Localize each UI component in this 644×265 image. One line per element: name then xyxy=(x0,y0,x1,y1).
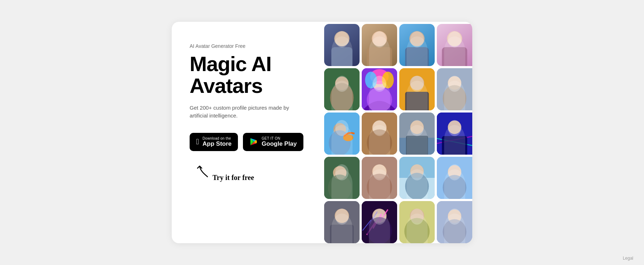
svg-rect-23 xyxy=(437,68,472,110)
svg-rect-22 xyxy=(405,92,429,110)
svg-point-13 xyxy=(330,83,353,110)
avatar-cell xyxy=(437,24,472,66)
svg-rect-33 xyxy=(399,112,435,138)
svg-rect-48 xyxy=(399,157,435,178)
app-store-line1: Download on the xyxy=(203,136,231,140)
svg-point-3 xyxy=(372,31,387,46)
legal-link[interactable]: Legal xyxy=(623,256,633,261)
app-store-button[interactable]:  Download on the App Store xyxy=(190,133,238,151)
svg-point-16 xyxy=(367,87,392,110)
svg-rect-45 xyxy=(362,157,397,199)
svg-point-63 xyxy=(404,218,430,243)
svg-rect-1 xyxy=(331,47,352,66)
avatar-cell xyxy=(324,201,360,243)
avatar-cell xyxy=(399,68,435,110)
svg-point-56 xyxy=(335,209,349,223)
apple-icon:  xyxy=(196,137,199,146)
avatar-cell xyxy=(324,157,360,199)
svg-point-21 xyxy=(410,76,424,90)
avatar-cell xyxy=(399,112,435,155)
svg-point-60 xyxy=(367,217,392,243)
svg-point-54 xyxy=(443,175,466,199)
svg-point-15 xyxy=(372,76,386,90)
svg-point-43 xyxy=(333,166,347,180)
main-card: AI Avatar Generator Free Magic AIAvatars… xyxy=(172,22,472,243)
svg-point-5 xyxy=(374,32,385,44)
svg-point-50 xyxy=(410,164,424,178)
svg-rect-36 xyxy=(406,136,428,155)
svg-point-12 xyxy=(335,77,349,90)
avatar-cell xyxy=(324,112,360,155)
store-buttons:  Download on the App Store xyxy=(190,133,304,151)
svg-point-19 xyxy=(382,71,394,88)
svg-point-35 xyxy=(410,120,424,134)
try-free-label: Try it for free xyxy=(213,174,254,182)
svg-point-31 xyxy=(372,120,386,135)
svg-point-51 xyxy=(405,173,429,199)
google-play-line2: Google Play xyxy=(262,140,297,148)
google-play-line1: GET IT ON xyxy=(262,136,280,140)
svg-point-46 xyxy=(372,164,386,179)
svg-point-53 xyxy=(448,165,462,179)
svg-rect-55 xyxy=(324,201,360,243)
svg-point-47 xyxy=(367,174,392,199)
svg-rect-10 xyxy=(442,47,467,66)
svg-point-24 xyxy=(448,76,462,90)
svg-point-65 xyxy=(448,210,462,223)
description: Get 200+ custom profile pictures made by… xyxy=(190,104,304,120)
try-free-section: Try it for free xyxy=(197,162,304,182)
avatar-cell xyxy=(362,112,397,155)
svg-point-25 xyxy=(443,85,466,110)
svg-rect-11 xyxy=(324,68,360,110)
avatar-cell xyxy=(437,112,472,155)
svg-rect-4 xyxy=(367,47,392,66)
svg-point-27 xyxy=(333,123,346,136)
svg-point-6 xyxy=(409,31,424,46)
app-store-line2: App Store xyxy=(203,140,231,148)
avatar-cell xyxy=(437,68,472,110)
svg-point-8 xyxy=(411,32,423,44)
svg-rect-30 xyxy=(362,112,397,155)
svg-point-29 xyxy=(343,134,353,141)
avatar-cell xyxy=(362,24,397,66)
avatar-cell xyxy=(437,157,472,199)
svg-rect-7 xyxy=(405,47,429,66)
svg-point-0 xyxy=(334,31,349,46)
svg-point-2 xyxy=(336,32,348,44)
svg-point-62 xyxy=(410,209,424,223)
main-title: Magic AIAvatars xyxy=(190,53,304,97)
left-panel: AI Avatar Generator Free Magic AIAvatars… xyxy=(172,22,322,243)
avatar-cell xyxy=(399,24,435,66)
svg-rect-41 xyxy=(442,136,467,155)
svg-point-9 xyxy=(447,31,462,46)
avatar-cell xyxy=(399,201,435,243)
google-play-icon xyxy=(249,138,258,146)
svg-point-66 xyxy=(443,219,466,243)
avatar-cell xyxy=(362,201,397,243)
svg-rect-61 xyxy=(399,201,435,243)
svg-rect-58 xyxy=(362,201,397,243)
svg-point-32 xyxy=(367,129,392,155)
svg-point-18 xyxy=(365,71,377,88)
avatar-cell xyxy=(324,24,360,66)
svg-point-59 xyxy=(372,209,386,223)
svg-rect-64 xyxy=(437,201,472,243)
arrow-icon xyxy=(197,162,210,180)
avatar-cell xyxy=(399,157,435,199)
svg-rect-52 xyxy=(437,157,472,199)
svg-rect-49 xyxy=(399,178,435,199)
svg-point-38 xyxy=(448,120,462,134)
svg-rect-34 xyxy=(399,138,435,155)
google-play-button[interactable]: GET IT ON Google Play xyxy=(243,133,303,151)
subtitle: AI Avatar Generator Free xyxy=(190,43,304,49)
avatar-cell xyxy=(362,68,397,110)
svg-rect-57 xyxy=(330,225,353,243)
svg-point-28 xyxy=(329,130,351,155)
avatar-grid xyxy=(322,22,472,243)
svg-rect-20 xyxy=(399,68,435,110)
avatar-cell xyxy=(362,157,397,199)
avatar-cell xyxy=(324,68,360,110)
avatar-cell xyxy=(437,201,472,243)
